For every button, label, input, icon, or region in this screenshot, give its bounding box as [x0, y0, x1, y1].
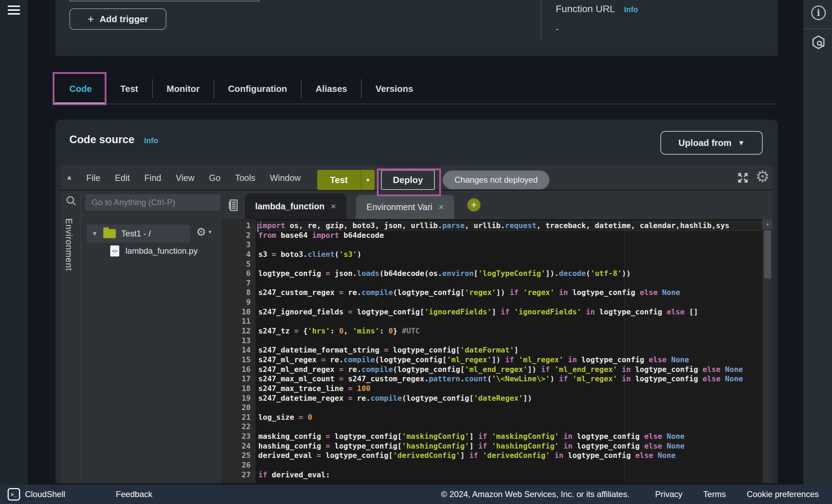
- code-line[interactable]: 9: [222, 298, 763, 307]
- code-text[interactable]: hashing_config = logtype_config['hashing…: [258, 442, 685, 450]
- menu-view[interactable]: View: [168, 173, 202, 183]
- function-url-info-link[interactable]: Info: [624, 5, 638, 14]
- tab-test[interactable]: Test: [106, 84, 152, 94]
- code-text[interactable]: if derived_eval:: [258, 470, 330, 479]
- footer-link-terms[interactable]: Terms: [703, 489, 726, 499]
- code-text[interactable]: s247_datetime_format_string = logtype_co…: [258, 346, 519, 354]
- line-number[interactable]: 10: [222, 307, 251, 316]
- test-dropdown-arrow[interactable]: ▼: [361, 170, 375, 190]
- code-text[interactable]: s247_tz = {'hrs': 0, 'mins': 0} #UTC: [258, 327, 420, 335]
- line-number[interactable]: 2: [222, 231, 251, 240]
- code-line[interactable]: 4s3 = boto3.client('s3'): [222, 250, 763, 260]
- code-line[interactable]: 18s247_max_trace_line = 100: [222, 384, 763, 394]
- editor-tab-lambda-function[interactable]: lambda_function×: [245, 193, 346, 219]
- code-source-info-link[interactable]: Info: [144, 136, 158, 145]
- code-line[interactable]: 21log_size = 0: [222, 413, 763, 423]
- line-number[interactable]: 18: [222, 384, 251, 393]
- code-line[interactable]: 26: [222, 461, 763, 470]
- code-text[interactable]: s247_ignored_fields = logtype_config['ig…: [258, 307, 698, 316]
- code-line[interactable]: 12s247_tz = {'hrs': 0, 'mins': 0} #UTC: [222, 327, 763, 336]
- editor-tab-environment-vari[interactable]: Environment Vari×: [356, 195, 454, 219]
- code-text[interactable]: s247_max_ml_count = s247_custom_regex.pa…: [258, 374, 743, 383]
- editor-settings-gear-icon[interactable]: ⚙: [755, 167, 770, 186]
- menu-file[interactable]: File: [79, 173, 107, 183]
- code-line[interactable]: 11: [222, 317, 763, 327]
- cloudshell-button[interactable]: >_ CloudShell: [8, 488, 65, 501]
- code-text[interactable]: masking_config = logtype_config['masking…: [258, 432, 685, 441]
- code-line[interactable]: 17s247_max_ml_count = s247_custom_regex.…: [222, 374, 763, 384]
- code-line[interactable]: 5: [222, 260, 763, 269]
- code-line[interactable]: 25derived_eval = logtype_config['derived…: [222, 451, 763, 461]
- fullscreen-icon[interactable]: [736, 171, 749, 184]
- scrollbar-thumb[interactable]: [764, 230, 771, 279]
- add-trigger-button[interactable]: + Add trigger: [69, 8, 166, 30]
- line-number[interactable]: 25: [222, 451, 251, 460]
- code-line[interactable]: 20: [222, 403, 763, 413]
- line-number[interactable]: 8: [222, 288, 251, 297]
- line-number[interactable]: 19: [222, 394, 251, 402]
- close-tab-icon[interactable]: ×: [439, 202, 444, 212]
- line-number[interactable]: 26: [222, 461, 251, 469]
- code-line[interactable]: 13: [222, 336, 763, 346]
- line-number[interactable]: 13: [222, 336, 251, 345]
- deploy-button[interactable]: Deploy: [381, 170, 435, 190]
- line-number[interactable]: 21: [222, 413, 251, 422]
- tab-versions[interactable]: Versions: [362, 84, 427, 94]
- tree-expand-caret-icon[interactable]: ▼: [92, 230, 98, 237]
- code-line[interactable]: 6logtype_config = json.loads(b64decode(o…: [222, 269, 763, 279]
- footer-link-privacy[interactable]: Privacy: [655, 489, 683, 499]
- menu-tools[interactable]: Tools: [228, 173, 262, 183]
- tab-monitor[interactable]: Monitor: [153, 84, 214, 94]
- code-text[interactable]: s3 = boto3.client('s3'): [258, 250, 362, 259]
- line-number[interactable]: 16: [222, 365, 251, 374]
- code-line[interactable]: 23masking_config = logtype_config['maski…: [222, 432, 763, 442]
- scroll-up-arrow-icon[interactable]: ▲: [763, 219, 772, 229]
- hamburger-menu-icon[interactable]: [8, 6, 20, 17]
- menu-edit[interactable]: Edit: [107, 173, 137, 183]
- vertical-scrollbar[interactable]: ▲: [763, 219, 772, 483]
- line-number[interactable]: 14: [222, 346, 251, 354]
- code-line[interactable]: 7: [222, 279, 763, 288]
- code-line[interactable]: 8s247_custom_regex = re.compile(logtype_…: [222, 288, 763, 298]
- code-line[interactable]: 14s247_datetime_format_string = logtype_…: [222, 346, 763, 355]
- menu-find[interactable]: Find: [137, 173, 168, 183]
- tab-configuration[interactable]: Configuration: [214, 84, 301, 94]
- line-number[interactable]: 4: [222, 250, 251, 259]
- line-number[interactable]: 24: [222, 442, 251, 450]
- test-button[interactable]: Test: [317, 170, 361, 190]
- environment-panel-label[interactable]: Environment: [64, 218, 74, 271]
- line-number[interactable]: 22: [222, 422, 251, 431]
- code-text[interactable]: log_size = 0: [258, 413, 312, 422]
- code-line[interactable]: 27if derived_eval:: [222, 470, 763, 480]
- code-line[interactable]: 2from base64 import b64decode: [222, 231, 763, 241]
- code-text[interactable]: s247_max_trace_line = 100: [258, 384, 371, 393]
- code-line[interactable]: 19s247_datetime_regex = re.compile(logty…: [222, 394, 763, 403]
- code-text[interactable]: import os, re, gzip, boto3, json, urllib…: [258, 221, 729, 230]
- code-text[interactable]: s247_ml_regex = re.compile(logtype_confi…: [258, 355, 689, 364]
- line-number[interactable]: 6: [222, 269, 251, 278]
- upload-from-button[interactable]: Upload from ▼: [660, 131, 763, 155]
- footer-link-cookie-preferences[interactable]: Cookie preferences: [747, 489, 819, 499]
- code-line[interactable]: 24hashing_config = logtype_config['hashi…: [222, 442, 763, 451]
- amazon-q-icon[interactable]: [811, 35, 826, 50]
- tree-folder-row[interactable]: ▼ Test1 - /: [87, 225, 190, 243]
- menu-window[interactable]: Window: [263, 173, 308, 183]
- line-number[interactable]: 23: [222, 432, 251, 441]
- line-number[interactable]: 7: [222, 279, 251, 287]
- code-text[interactable]: derived_eval = logtype_config['derivedCo…: [258, 451, 676, 460]
- feedback-link[interactable]: Feedback: [116, 489, 152, 499]
- code-line[interactable]: 3: [222, 240, 763, 250]
- goto-anything-input[interactable]: [85, 194, 220, 211]
- line-number[interactable]: 1: [222, 221, 251, 230]
- tree-settings-gear-icon[interactable]: ⚙▼: [196, 225, 213, 238]
- close-tab-icon[interactable]: ×: [331, 201, 336, 212]
- line-number[interactable]: 3: [222, 240, 251, 249]
- tab-aliases[interactable]: Aliases: [302, 84, 361, 94]
- search-icon[interactable]: [65, 195, 77, 207]
- menu-go[interactable]: Go: [202, 173, 228, 183]
- code-surface[interactable]: 1import os, re, gzip, boto3, json, urlli…: [222, 219, 772, 483]
- code-line[interactable]: 10s247_ignored_fields = logtype_config['…: [222, 307, 763, 317]
- tree-file-row[interactable]: <> lambda_function.py: [110, 245, 198, 257]
- line-number[interactable]: 20: [222, 403, 251, 412]
- code-text[interactable]: s247_datetime_regex = re.compile(logtype…: [258, 394, 532, 402]
